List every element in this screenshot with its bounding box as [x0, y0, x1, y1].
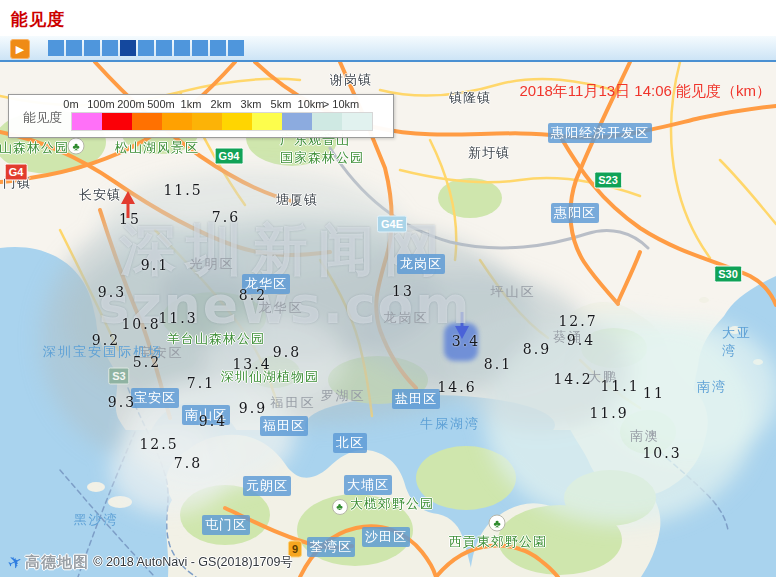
- timeline-steps: [48, 40, 246, 56]
- legend-swatch: [132, 113, 162, 130]
- legend-tick: > 10km: [323, 98, 359, 110]
- legend-swatch: [102, 113, 132, 130]
- player-toolbar: ▶: [0, 36, 776, 62]
- legend-swatch: [342, 113, 372, 130]
- map-attribution: ✈ 高德地图 © 2018 AutoNavi - GS(2018)1709号: [8, 552, 293, 573]
- legend-tick: 100m: [87, 98, 115, 110]
- legend-color-bar: [71, 112, 373, 131]
- amap-logo-text: 高德地图: [25, 553, 89, 572]
- legend-label: 能见度: [23, 109, 62, 127]
- legend-tick: 2km: [211, 98, 232, 110]
- legend-tick: 5km: [271, 98, 292, 110]
- timeline-step-9[interactable]: [192, 40, 208, 56]
- title-bar: 能见度: [0, 0, 776, 36]
- timeline-step-8[interactable]: [174, 40, 190, 56]
- timeline-step-3[interactable]: [84, 40, 100, 56]
- legend-swatch: [282, 113, 312, 130]
- legend-swatch: [252, 113, 282, 130]
- visibility-legend: 能见度 0m100m200m500m1km2km3km5km10km> 10km: [8, 94, 394, 138]
- legend-swatch: [312, 113, 342, 130]
- timeline-step-2[interactable]: [66, 40, 82, 56]
- visibility-page: 深圳新闻网 sznews.com 惠阳经济开发区惠阳区龙华区龙岗区宝安区南山区福…: [0, 0, 776, 577]
- legend-swatch: [72, 113, 102, 130]
- timeline-step-7[interactable]: [156, 40, 172, 56]
- timeline-step-11[interactable]: [228, 40, 244, 56]
- legend-tick: 3km: [241, 98, 262, 110]
- timeline-step-10[interactable]: [210, 40, 226, 56]
- page-title: 能见度: [11, 8, 65, 31]
- legend-tick: 1km: [181, 98, 202, 110]
- legend-tick: 10km: [298, 98, 325, 110]
- copyright-text: © 2018 AutoNavi - GS(2018)1709号: [93, 554, 293, 571]
- timeline-step-5[interactable]: [120, 40, 136, 56]
- legend-swatch: [192, 113, 222, 130]
- frame-timestamp: 2018年11月13日 14:06 能见度（km）: [520, 82, 772, 101]
- play-button[interactable]: ▶: [10, 39, 30, 59]
- legend-tick: 0m: [63, 98, 78, 110]
- timeline-step-6[interactable]: [138, 40, 154, 56]
- legend-swatch: [162, 113, 192, 130]
- legend-ticks: 0m100m200m500m1km2km3km5km10km> 10km: [71, 98, 381, 110]
- legend-tick: 500m: [147, 98, 175, 110]
- legend-tick: 200m: [117, 98, 145, 110]
- legend-swatch: [222, 113, 252, 130]
- timeline-step-1[interactable]: [48, 40, 64, 56]
- amap-logo-icon: ✈: [4, 550, 26, 575]
- timeline-step-4[interactable]: [102, 40, 118, 56]
